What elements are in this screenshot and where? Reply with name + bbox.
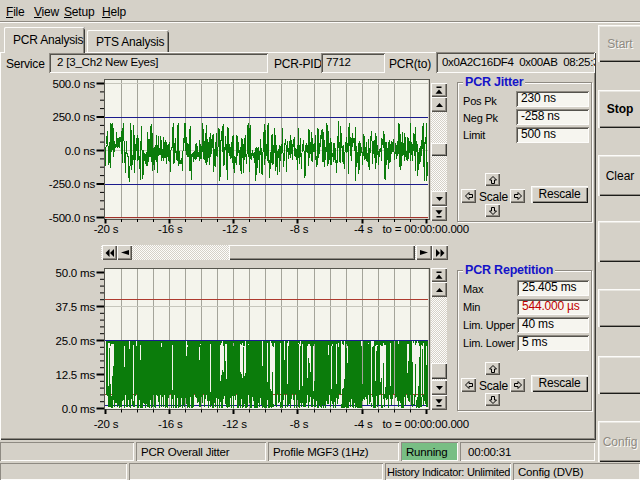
svg-text:to = 00:00:00.000: to = 00:00:00.000: [383, 418, 469, 430]
svg-text:-500.0 ns: -500.0 ns: [49, 212, 96, 224]
svg-text:-12 s: -12 s: [222, 223, 247, 235]
svg-text:-8 s: -8 s: [290, 418, 309, 430]
svg-text:0.0 ns: 0.0 ns: [65, 145, 96, 157]
svg-text:-250.0 ns: -250.0 ns: [49, 178, 96, 190]
svg-text:50.0 ms: 50.0 ms: [55, 267, 95, 279]
svg-text:12.5 ms: 12.5 ms: [55, 369, 95, 381]
svg-text:250.0 ns: 250.0 ns: [52, 111, 95, 123]
svg-text:-16 s: -16 s: [158, 223, 183, 235]
svg-text:-8 s: -8 s: [290, 223, 309, 235]
svg-text:-4 s: -4 s: [354, 223, 373, 235]
svg-text:-12 s: -12 s: [222, 418, 247, 430]
svg-text:25.0 ms: 25.0 ms: [55, 335, 95, 347]
svg-text:0.0 ms: 0.0 ms: [62, 403, 96, 415]
svg-text:-20 s: -20 s: [94, 418, 119, 430]
svg-text:-20 s: -20 s: [94, 223, 119, 235]
svg-text:to = 00:00:00.000: to = 00:00:00.000: [383, 223, 469, 235]
svg-text:500.0 ns: 500.0 ns: [52, 78, 95, 90]
svg-text:-4 s: -4 s: [354, 418, 373, 430]
svg-text:37.5 ms: 37.5 ms: [55, 301, 95, 313]
svg-text:-16 s: -16 s: [158, 418, 183, 430]
